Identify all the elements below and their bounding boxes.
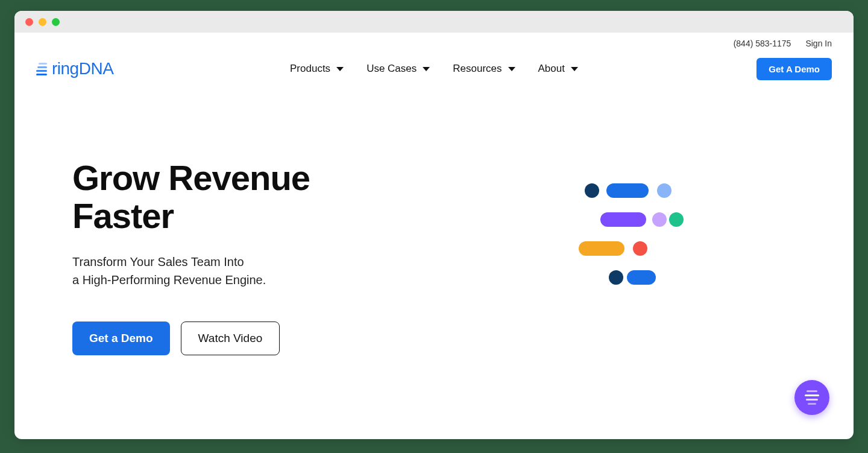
window-maximize-dot[interactable]: [52, 18, 60, 26]
hero-headline: Grow Revenue Faster: [72, 159, 310, 235]
hero-section: Grow Revenue Faster Transform Your Sales…: [36, 159, 832, 355]
browser-window: (844) 583-1175 Sign In ringDNA Products …: [14, 11, 854, 439]
chat-fab[interactable]: [794, 380, 829, 415]
nav-use-cases[interactable]: Use Cases: [366, 63, 430, 75]
hero-subheadline: Transform Your Sales Team Into a High-Pe…: [72, 253, 310, 289]
nav-label: About: [538, 63, 565, 75]
graphic-pill: [600, 212, 646, 227]
graphic-dot: [652, 212, 667, 227]
hero-get-demo-button[interactable]: Get a Demo: [72, 322, 170, 355]
brand-logo[interactable]: ringDNA: [36, 59, 113, 78]
chevron-down-icon: [423, 67, 430, 71]
nav-label: Products: [290, 63, 330, 75]
main-nav: Products Use Cases Resources About: [290, 63, 578, 75]
chevron-down-icon: [571, 67, 578, 71]
graphic-dot: [669, 212, 684, 227]
headline-line-2: Faster: [72, 196, 174, 235]
graphic-pill: [606, 183, 649, 198]
main-header: ringDNA Products Use Cases Resources Abo…: [36, 51, 832, 87]
graphic-dot: [633, 241, 647, 256]
phone-link[interactable]: (844) 583-1175: [734, 39, 791, 48]
graphic-pill: [579, 241, 624, 256]
brand-name: ringDNA: [52, 59, 113, 78]
window-minimize-dot[interactable]: [39, 18, 46, 26]
nav-label: Resources: [453, 63, 502, 75]
graphic-pill: [627, 270, 656, 285]
page-content: (844) 583-1175 Sign In ringDNA Products …: [14, 33, 854, 355]
graphic-dot: [657, 183, 671, 198]
titlebar: [14, 11, 854, 33]
utility-bar: (844) 583-1175 Sign In: [36, 33, 832, 48]
nav-resources[interactable]: Resources: [453, 63, 515, 75]
hero-copy: Grow Revenue Faster Transform Your Sales…: [72, 159, 310, 355]
sub-line-2: a High-Performing Revenue Engine.: [72, 273, 266, 287]
graphic-dot: [609, 270, 623, 285]
chevron-down-icon: [336, 67, 344, 71]
nav-products[interactable]: Products: [290, 63, 344, 75]
nav-label: Use Cases: [366, 63, 417, 75]
get-demo-button[interactable]: Get A Demo: [756, 58, 832, 80]
window-close-dot[interactable]: [25, 18, 33, 26]
signin-link[interactable]: Sign In: [805, 39, 832, 48]
watch-video-button[interactable]: Watch Video: [181, 322, 280, 355]
chat-icon: [805, 390, 819, 405]
chevron-down-icon: [508, 67, 515, 71]
sub-line-1: Transform Your Sales Team Into: [72, 255, 244, 268]
nav-about[interactable]: About: [538, 63, 578, 75]
graphic-dot: [585, 183, 599, 198]
hero-buttons: Get a Demo Watch Video: [72, 322, 310, 355]
headline-line-1: Grow Revenue: [72, 158, 310, 197]
logo-icon: [36, 63, 47, 75]
hero-graphic: [579, 183, 747, 340]
